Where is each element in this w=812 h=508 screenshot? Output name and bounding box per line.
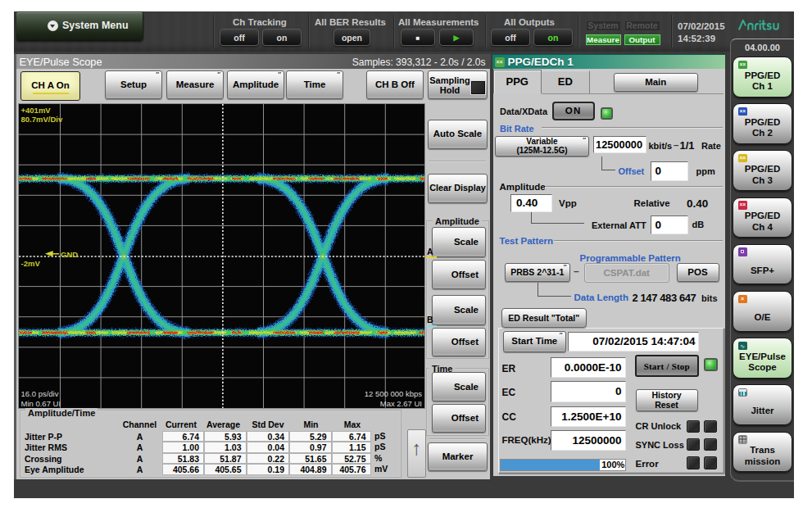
svg-text:16.0 ps/div: 16.0 ps/div (21, 389, 59, 398)
svg-text:Max 2.67 UI: Max 2.67 UI (380, 399, 422, 408)
svg-text:12 500 000 kbps: 12 500 000 kbps (365, 389, 423, 398)
svg-text:Min 0.67 UI: Min 0.67 UI (21, 399, 61, 408)
svg-text:80.7mV/Div: 80.7mV/Div (21, 115, 63, 124)
svg-text:+401mV: +401mV (21, 106, 52, 115)
svg-text:GND: GND (61, 250, 78, 259)
svg-text:-2mV: -2mV (21, 259, 41, 268)
